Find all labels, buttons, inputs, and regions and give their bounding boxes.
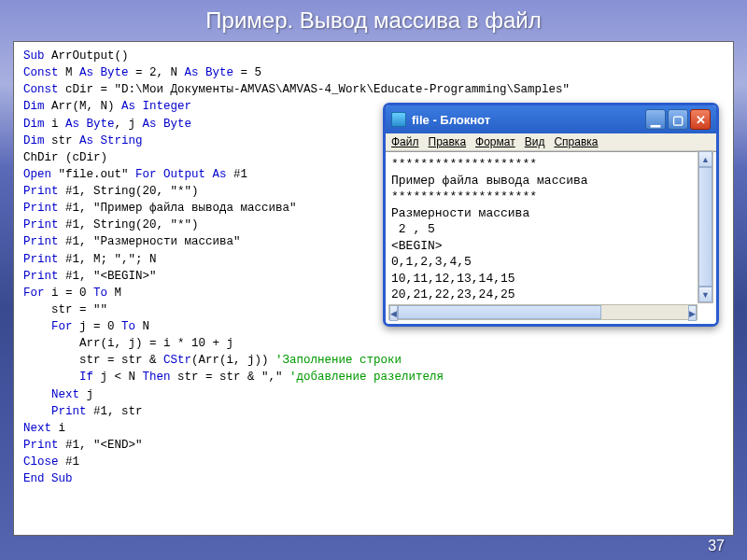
notepad-titlebar[interactable]: file - Блокнот ▁ ▢ ✕	[386, 105, 716, 133]
menu-edit[interactable]: Правка	[429, 135, 467, 148]
slide-number: 37	[708, 538, 725, 554]
horizontal-scrollbar[interactable]: ◀ ▶	[388, 304, 698, 320]
scroll-right-icon[interactable]: ▶	[688, 305, 697, 321]
scroll-up-icon[interactable]: ▲	[698, 151, 712, 167]
menu-help[interactable]: Справка	[554, 135, 598, 148]
notepad-window[interactable]: file - Блокнот ▁ ▢ ✕ Файл Правка Формат …	[383, 103, 719, 327]
slide-title: Пример. Вывод массива в файл	[0, 0, 747, 41]
scroll-thumb[interactable]	[398, 305, 601, 319]
scroll-down-icon[interactable]: ▼	[698, 287, 712, 302]
menu-file[interactable]: Файл	[391, 135, 419, 148]
menu-format[interactable]: Формат	[475, 135, 515, 148]
notepad-text-area[interactable]: ******************** Пример файла вывода…	[386, 151, 716, 324]
notepad-app-icon	[391, 112, 406, 127]
scroll-left-icon[interactable]: ◀	[389, 305, 398, 321]
menu-view[interactable]: Вид	[525, 135, 545, 148]
notepad-menubar: Файл Правка Формат Вид Справка	[386, 133, 716, 151]
scroll-thumb[interactable]	[698, 167, 712, 287]
vertical-scrollbar[interactable]: ▲ ▼	[698, 150, 713, 303]
notepad-title-text: file - Блокнот	[412, 113, 490, 127]
close-button[interactable]: ✕	[690, 109, 711, 130]
minimize-button[interactable]: ▁	[645, 109, 666, 130]
maximize-button[interactable]: ▢	[668, 109, 688, 130]
